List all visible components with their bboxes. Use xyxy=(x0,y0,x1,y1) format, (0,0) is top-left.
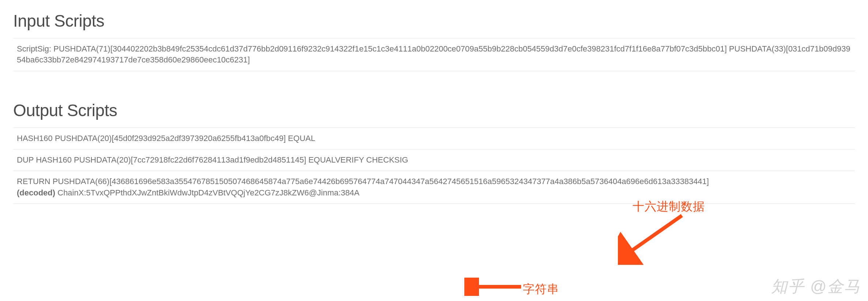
script-text: HASH160 PUSHDATA(20)[45d0f293d925a2df397… xyxy=(17,133,851,144)
input-script-row: ScriptSig: PUSHDATA(71)[304402202b3b849f… xyxy=(13,38,855,71)
output-script-row: HASH160 PUSHDATA(20)[45d0f293d925a2df397… xyxy=(13,127,855,149)
script-text: ScriptSig: PUSHDATA(71)[304402202b3b849f… xyxy=(17,43,851,66)
output-script-row: DUP HASH160 PUSHDATA(20)[7cc72918fc22d6f… xyxy=(13,149,855,171)
annotation-arrow-hex xyxy=(618,210,695,265)
decoded-label: (decoded) xyxy=(17,188,55,197)
watermark: 知乎 @金马 xyxy=(771,276,861,297)
annotation-string-label: 字符串 xyxy=(523,281,559,297)
decoded-value: ChainX:5TvxQPPthdXJwZntBkiWdwJtpD4zVBtVQ… xyxy=(55,188,359,197)
output-scripts-heading: Output Scripts xyxy=(13,100,855,120)
annotation-hex-label: 十六进制数据 xyxy=(633,199,705,215)
svg-line-1 xyxy=(627,216,682,254)
input-scripts-section: Input Scripts ScriptSig: PUSHDATA(71)[30… xyxy=(13,11,855,71)
script-hex: RETURN PUSHDATA(66)[436861696e583a355476… xyxy=(17,176,851,187)
annotation-arrow-string xyxy=(464,278,528,296)
output-script-row: RETURN PUSHDATA(66)[436861696e583a355476… xyxy=(13,171,855,204)
input-scripts-heading: Input Scripts xyxy=(13,11,855,31)
script-text: DUP HASH160 PUSHDATA(20)[7cc72918fc22d6f… xyxy=(17,155,851,165)
script-decoded: (decoded) ChainX:5TvxQPPthdXJwZntBkiWdwJ… xyxy=(17,187,851,198)
output-scripts-section: Output Scripts HASH160 PUSHDATA(20)[45d0… xyxy=(13,100,855,204)
